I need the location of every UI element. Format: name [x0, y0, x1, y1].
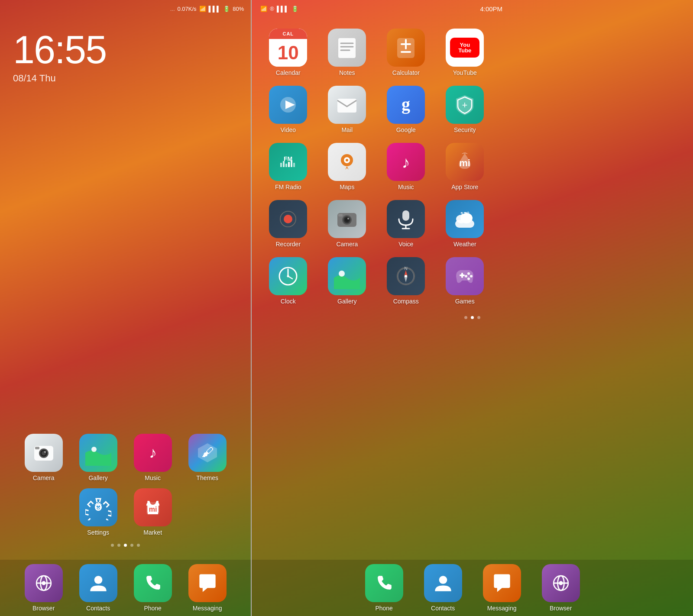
right-r-icon: ®	[270, 6, 274, 12]
camera-right-icon	[328, 200, 366, 238]
dock-messaging-right[interactable]: Messaging	[479, 564, 525, 612]
themes-label: Themes	[196, 474, 218, 481]
phone-right-icon	[365, 564, 403, 602]
left-app-row-1: Camera Gallery ♪	[0, 430, 251, 485]
app-fmradio[interactable]: FM FM Radio	[265, 143, 311, 190]
dock-messaging-left[interactable]: Messaging	[184, 564, 231, 612]
right-dot-1	[464, 316, 467, 319]
app-appstore[interactable]: mi ⌒ App Store	[441, 143, 488, 190]
app-video[interactable]: Video	[265, 86, 311, 133]
app-voice[interactable]: Voice	[382, 200, 429, 248]
app-gallery-left[interactable]: Gallery	[75, 434, 122, 481]
app-notes[interactable]: Notes	[324, 29, 370, 76]
clock-label: Clock	[281, 298, 296, 305]
dock-contacts-right[interactable]: Contacts	[420, 564, 466, 612]
svg-text:+: +	[462, 100, 468, 110]
appstore-label: App Store	[451, 184, 478, 190]
app-weather[interactable]: 17° Weather	[441, 200, 488, 248]
svg-rect-45	[291, 160, 292, 167]
svg-point-67	[460, 213, 473, 223]
app-compass[interactable]: N Compass	[382, 257, 429, 305]
svg-point-81	[470, 275, 473, 277]
right-bars: ▌▌▌	[277, 6, 289, 12]
svg-point-77	[405, 275, 407, 277]
games-label: Games	[455, 298, 475, 305]
app-camera-left[interactable]: Camera	[20, 434, 67, 481]
compass-label: Compass	[393, 298, 419, 305]
camera-right-label: Camera	[336, 241, 358, 248]
market-icon: M mi mi	[134, 488, 172, 526]
right-page-dots	[265, 312, 680, 323]
mail-label: Mail	[341, 126, 353, 133]
fmradio-icon: FM	[269, 143, 307, 181]
calendar-label: Calendar	[276, 69, 301, 76]
contacts-left-icon	[79, 564, 117, 602]
svg-text:g: g	[402, 94, 410, 114]
svg-text:🖌: 🖌	[201, 445, 214, 459]
right-app-row-3: FM FM Radio	[265, 140, 680, 193]
app-themes[interactable]: 🖌 Themes	[184, 434, 231, 481]
app-youtube[interactable]: You Tube YouTube	[441, 29, 488, 76]
svg-rect-60	[338, 214, 343, 216]
right-app-row-1: CAL 10 Calendar	[265, 26, 680, 79]
app-camera-right[interactable]: Camera	[324, 200, 370, 248]
svg-point-82	[467, 277, 470, 280]
dot-1	[111, 544, 114, 547]
weather-icon: 17°	[446, 200, 484, 238]
svg-point-8	[91, 447, 97, 452]
app-google[interactable]: g Google	[382, 86, 429, 133]
speed-text: 0.07K/s	[178, 6, 197, 12]
app-maps[interactable]: Maps	[324, 143, 370, 190]
gallery-left-icon	[79, 434, 117, 472]
dock-phone-right[interactable]: Phone	[361, 564, 408, 612]
app-settings[interactable]: ⚙ Settings	[75, 488, 122, 536]
fmradio-label: FM Radio	[275, 184, 301, 190]
dock-contacts-left[interactable]: Contacts	[75, 564, 122, 612]
browser-right-label: Browser	[550, 605, 572, 612]
calendar-icon: CAL 10	[269, 29, 307, 67]
browser-left-label: Browser	[32, 605, 55, 612]
svg-point-83	[465, 275, 467, 277]
right-status-left: 📶 ® ▌▌▌ 🔋	[260, 6, 298, 12]
app-market[interactable]: M mi mi Market	[130, 488, 176, 536]
settings-icon: ⚙	[79, 488, 117, 526]
app-security[interactable]: + Security	[441, 86, 488, 133]
wifi-icon: 📶	[199, 6, 206, 12]
svg-point-59	[347, 218, 349, 219]
svg-point-5	[44, 451, 46, 453]
svg-point-26	[94, 576, 102, 584]
dock-phone-left[interactable]: Phone	[130, 564, 176, 612]
dock-browser-right[interactable]: Browser	[538, 564, 584, 612]
right-battery: 🔋	[291, 6, 298, 12]
app-calculator[interactable]: Calculator	[382, 29, 429, 76]
app-recorder[interactable]: Recorder	[265, 200, 311, 248]
clock-time: 16:55	[13, 30, 238, 69]
svg-rect-27	[338, 38, 356, 58]
weather-label: Weather	[453, 241, 476, 248]
messaging-left-label: Messaging	[193, 605, 222, 612]
dock-browser-left[interactable]: Browser	[20, 564, 67, 612]
themes-icon: 🖌	[188, 434, 227, 472]
app-games[interactable]: Games	[441, 257, 488, 305]
music-right-label: Music	[398, 184, 414, 190]
phone-left-icon	[134, 564, 172, 602]
app-music-right[interactable]: ♪ Music	[382, 143, 429, 190]
app-mail[interactable]: Mail	[324, 86, 370, 133]
app-clock[interactable]: Clock	[265, 257, 311, 305]
svg-text:⌒: ⌒	[461, 152, 468, 160]
notes-label: Notes	[339, 69, 355, 76]
svg-text:♪: ♪	[149, 444, 157, 461]
calculator-label: Calculator	[392, 69, 420, 76]
svg-point-73	[339, 271, 345, 277]
left-app-row-2: ⚙ Settings M mi mi	[0, 485, 251, 539]
camera-left-label: Camera	[33, 474, 55, 481]
app-gallery-right[interactable]: Gallery	[324, 257, 370, 305]
right-dot-2	[471, 316, 474, 319]
app-music-left[interactable]: ♪ Music	[130, 434, 176, 481]
contacts-left-label: Contacts	[86, 605, 110, 612]
compass-icon: N	[387, 257, 425, 295]
app-calendar[interactable]: CAL 10 Calendar	[265, 29, 311, 76]
svg-point-49	[346, 159, 348, 161]
svg-text:♪: ♪	[402, 153, 410, 171]
svg-rect-46	[293, 163, 295, 167]
